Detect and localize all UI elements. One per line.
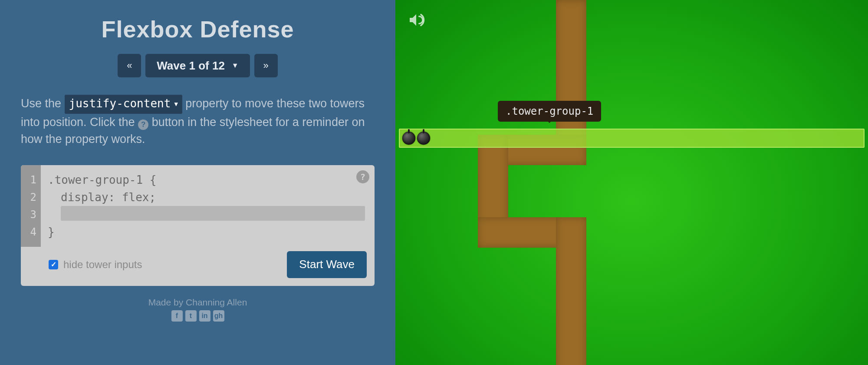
code-area: ? .tower-group-1 { display: flex; } — [41, 165, 375, 247]
hide-tower-inputs-toggle[interactable]: ✓ hide tower inputs — [49, 259, 142, 271]
made-by: Made by Channing Allen — [21, 297, 375, 308]
line-number: 4 — [21, 223, 36, 241]
tower-group-tooltip: .tower-group-1 — [498, 101, 601, 122]
line-gutter: 1 2 3 4 — [21, 165, 41, 247]
linkedin-icon[interactable]: in — [199, 310, 210, 322]
hide-inputs-label: hide tower inputs — [63, 259, 142, 271]
wave-nav: « Wave 1 of 12 ▼ » — [21, 54, 375, 77]
property-name: justify-content — [69, 96, 171, 112]
sound-toggle-icon[interactable] — [408, 11, 425, 30]
line-number: 2 — [21, 189, 36, 206]
code-line: .tower-group-1 { — [48, 171, 368, 189]
game-board: .tower-group-1 — [395, 0, 868, 365]
github-icon[interactable]: gh — [213, 310, 224, 322]
css-input[interactable] — [61, 206, 365, 221]
help-icon: ? — [138, 119, 148, 130]
facebook-icon[interactable]: f — [171, 310, 183, 322]
code-line: } — [48, 223, 368, 241]
checkbox-icon: ✓ — [49, 260, 58, 269]
enemy-path — [556, 217, 586, 365]
caret-down-icon: ▼ — [232, 62, 239, 70]
line-number: 1 — [21, 171, 36, 189]
start-wave-button[interactable]: Start Wave — [287, 251, 367, 278]
wave-select[interactable]: Wave 1 of 12 ▼ — [145, 54, 250, 77]
wave-label: Wave 1 of 12 — [157, 59, 225, 73]
tower[interactable] — [402, 132, 415, 145]
caret-down-icon: ▼ — [174, 100, 178, 108]
twitter-icon[interactable]: t — [185, 310, 197, 322]
next-wave-button[interactable]: » — [254, 54, 278, 77]
game-title: Flexbox Defense — [21, 16, 375, 43]
code-line: display: flex; — [48, 189, 368, 206]
control-panel: Flexbox Defense « Wave 1 of 12 ▼ » Use t… — [0, 0, 395, 365]
instr-prefix: Use the — [21, 97, 65, 110]
prev-wave-button[interactable]: « — [118, 54, 141, 77]
chevron-left-icon: « — [127, 61, 132, 70]
line-number: 3 — [21, 206, 36, 223]
credits: Made by Channing Allen f t in gh — [21, 297, 375, 322]
tower-group-1[interactable] — [399, 129, 865, 148]
instructions-text: Use the justify-content ▼ property to mo… — [21, 95, 375, 148]
chevron-right-icon: » — [263, 61, 269, 70]
css-editor: 1 2 3 4 ? .tower-group-1 { display: flex… — [21, 165, 375, 286]
tower[interactable] — [417, 132, 430, 145]
property-dropdown[interactable]: justify-content ▼ — [65, 95, 182, 114]
editor-help-button[interactable]: ? — [356, 170, 369, 183]
